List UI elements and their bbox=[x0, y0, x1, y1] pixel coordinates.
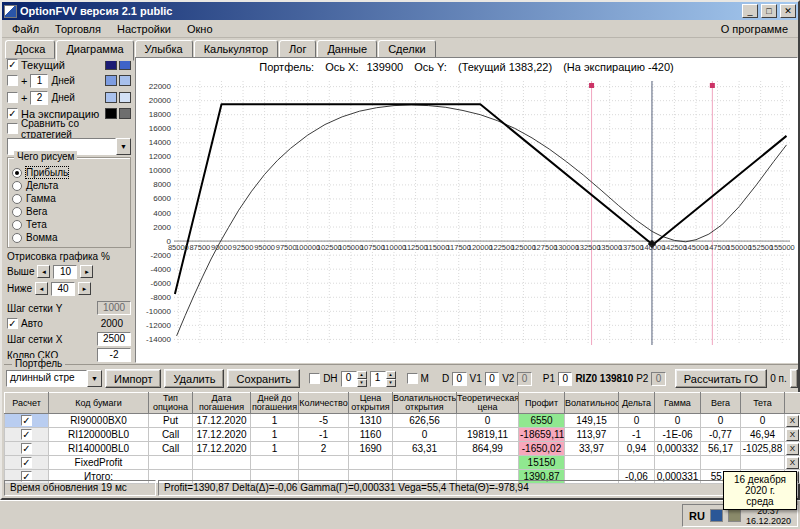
row-delete-cell[interactable]: X bbox=[785, 428, 800, 442]
col-header[interactable]: Тип опциона bbox=[149, 393, 193, 414]
p2-value[interactable]: 0 bbox=[651, 372, 665, 386]
col-header[interactable]: Профит bbox=[519, 393, 565, 414]
menu-item-window[interactable]: Окно bbox=[179, 21, 221, 37]
plus-days-1-swatch-1[interactable] bbox=[105, 75, 117, 86]
draw-option-vega[interactable]: Вега bbox=[12, 205, 126, 218]
current-checkbox[interactable] bbox=[7, 59, 18, 70]
save-button[interactable]: Сохранить bbox=[227, 369, 300, 388]
v1-value[interactable]: 0 bbox=[485, 372, 499, 386]
row-checkbox[interactable] bbox=[21, 429, 32, 440]
close-button[interactable]: ✕ bbox=[780, 4, 796, 18]
col-header[interactable]: Код бумаги bbox=[49, 393, 149, 414]
col-header[interactable]: Дней до погашения bbox=[251, 393, 299, 414]
x-tick-label: 85000 bbox=[168, 243, 189, 252]
grip-button[interactable] bbox=[790, 369, 798, 388]
col-header[interactable]: Дата погашения bbox=[193, 393, 251, 414]
plus-days-2-swatch-2[interactable] bbox=[119, 92, 131, 103]
draw-option-vomma[interactable]: Вомма bbox=[12, 231, 126, 244]
row-check-cell[interactable] bbox=[5, 428, 49, 442]
col-header[interactable]: Волатильность открытия bbox=[393, 393, 457, 414]
chart-svg[interactable]: 8500087500900009250095000975001000001025… bbox=[138, 75, 797, 357]
row-check-cell[interactable] bbox=[5, 442, 49, 456]
delete-row-button[interactable]: X bbox=[786, 457, 799, 469]
row-delete-cell[interactable]: X bbox=[785, 456, 800, 470]
draw-option-gamma[interactable]: Гамма bbox=[12, 192, 126, 205]
delete-row-button[interactable]: X bbox=[786, 415, 799, 427]
menu-item-about[interactable]: О программе bbox=[713, 21, 796, 37]
below-decrement-button[interactable]: ◄ bbox=[35, 282, 48, 295]
plus-days-2-value[interactable]: 2 bbox=[30, 91, 48, 105]
plus-days-2-swatch-1[interactable] bbox=[105, 92, 117, 103]
spin-down-icon[interactable]: ▾ bbox=[386, 379, 396, 387]
grid-step-y-value[interactable]: 1000 bbox=[97, 301, 131, 315]
dh-value-2[interactable]: 1 bbox=[370, 371, 386, 387]
plus-days-1-swatch-2[interactable] bbox=[119, 75, 131, 86]
row-check-cell[interactable] bbox=[5, 414, 49, 428]
row-checkbox[interactable] bbox=[21, 443, 32, 454]
plus-days-2-checkbox[interactable] bbox=[7, 92, 18, 103]
calc-margin-button[interactable]: Рассчитать ГО bbox=[675, 369, 767, 388]
below-increment-button[interactable]: ► bbox=[78, 282, 91, 295]
cell bbox=[701, 456, 741, 470]
col-header[interactable]: Гамма bbox=[655, 393, 701, 414]
y-tick-label: 20000 bbox=[149, 96, 172, 105]
dh-value-1[interactable]: 0 bbox=[341, 371, 357, 387]
col-header[interactable]: Тета bbox=[741, 393, 785, 414]
spin-down-icon[interactable]: ▾ bbox=[357, 379, 367, 387]
above-increment-button[interactable]: ► bbox=[80, 265, 93, 278]
plus-days-1-value[interactable]: 1 bbox=[30, 74, 48, 88]
delete-row-button[interactable]: X bbox=[786, 443, 799, 455]
row-checkbox[interactable] bbox=[21, 415, 32, 426]
tray-icon-2[interactable] bbox=[728, 509, 741, 522]
m-checkbox[interactable] bbox=[407, 373, 418, 384]
row-checkbox[interactable] bbox=[21, 457, 32, 468]
radio-icon bbox=[12, 194, 22, 204]
tab-diagram[interactable]: Диаграмма bbox=[56, 40, 133, 61]
above-value[interactable]: 10 bbox=[53, 265, 77, 279]
row-delete-cell[interactable]: X bbox=[785, 442, 800, 456]
spin-up-icon[interactable]: ▴ bbox=[386, 371, 396, 379]
taskbar[interactable]: RU 20:37 16.12.2020 bbox=[0, 500, 800, 529]
col-header[interactable]: Количество bbox=[299, 393, 349, 414]
menu-item-trade[interactable]: Торговля bbox=[47, 21, 109, 37]
sko-count-value[interactable]: -2 bbox=[97, 348, 131, 362]
col-header[interactable]: Дельта bbox=[619, 393, 655, 414]
delete-row-button[interactable]: X bbox=[786, 429, 799, 441]
expiration-checkbox[interactable] bbox=[7, 108, 18, 119]
above-decrement-button[interactable]: ◄ bbox=[37, 265, 50, 278]
language-indicator[interactable]: RU bbox=[689, 510, 705, 522]
menu-item-file[interactable]: Файл bbox=[4, 21, 47, 37]
dh-checkbox[interactable] bbox=[309, 373, 320, 384]
below-value[interactable]: 40 bbox=[51, 282, 75, 296]
maximize-button[interactable]: □ bbox=[761, 4, 777, 18]
delete-button[interactable]: Удалить bbox=[164, 369, 224, 388]
strategy-combobox[interactable]: длинный стре ▼ bbox=[6, 370, 102, 387]
v2-value[interactable]: 0 bbox=[517, 372, 531, 386]
draw-option-profit[interactable]: Прибыль bbox=[12, 166, 126, 179]
draw-option-delta[interactable]: Дельта bbox=[12, 179, 126, 192]
row-delete-cell[interactable]: X bbox=[785, 414, 800, 428]
tray-icon-1[interactable] bbox=[710, 509, 723, 522]
draw-option-theta[interactable]: Тета bbox=[12, 218, 126, 231]
col-header[interactable]: Волатильность bbox=[565, 393, 619, 414]
d-value[interactable]: 0 bbox=[452, 372, 466, 386]
p1-value[interactable]: 0 bbox=[558, 372, 572, 386]
col-header[interactable]: Цена открытия bbox=[349, 393, 393, 414]
col-header[interactable]: Вега bbox=[701, 393, 741, 414]
row-check-cell[interactable] bbox=[5, 456, 49, 470]
auto-checkbox[interactable] bbox=[7, 318, 18, 329]
compare-strategy-checkbox[interactable] bbox=[7, 123, 18, 134]
title-bar[interactable]: OptionFVV версия 2.1 public _ □ ✕ bbox=[2, 2, 798, 20]
chevron-down-icon[interactable]: ▼ bbox=[87, 370, 102, 387]
grid-step-x-value[interactable]: 2500 bbox=[97, 332, 131, 346]
minimize-button[interactable]: _ bbox=[742, 4, 758, 18]
col-header[interactable]: Теоретическая цена bbox=[457, 393, 519, 414]
col-header[interactable]: Расчет bbox=[5, 393, 49, 414]
menu-item-settings[interactable]: Настройки bbox=[109, 21, 179, 37]
chevron-down-icon[interactable]: ▼ bbox=[116, 138, 131, 155]
cell bbox=[193, 456, 251, 470]
m-label: М bbox=[421, 373, 429, 384]
import-button[interactable]: Импорт bbox=[105, 369, 161, 388]
plus-days-1-checkbox[interactable] bbox=[7, 75, 18, 86]
spin-up-icon[interactable]: ▴ bbox=[357, 371, 367, 379]
